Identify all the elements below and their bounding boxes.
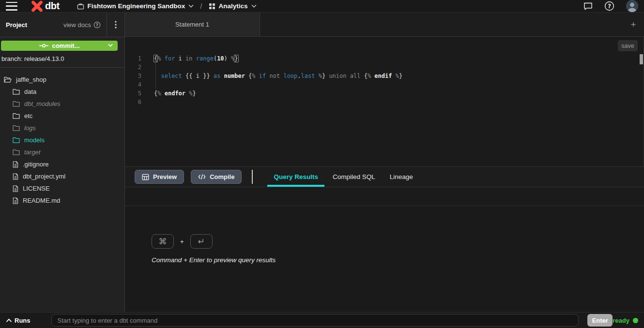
status-text: ready [613,317,629,324]
save-button[interactable]: save [618,40,638,51]
folder-icon [13,149,20,155]
code-line-1[interactable]: 1{% for i in range(10) %} [125,54,639,63]
file-explorer-sidebar: Project view docs ? [0,13,125,312]
tree-item-label: dbt_project.yml [23,173,65,180]
folder-icon [13,137,20,143]
tree-item-label: dbt_modules [24,100,60,107]
line-number: 1 [125,54,141,63]
help-icon[interactable]: ? [604,1,614,11]
project-switcher[interactable]: Analytics [209,2,257,10]
dbt-command-input[interactable] [51,314,579,327]
line-number: 4 [125,80,141,89]
code-line-2[interactable]: 2 [125,63,639,72]
tree-item-models[interactable]: models [0,134,124,146]
toolbar-divider [252,170,253,184]
ready-dot [633,318,638,323]
file-tree: jaffle_shopdatadbt_modulesetclogsmodelst… [0,68,124,207]
view-docs-help-icon: ? [93,21,101,29]
code-line-4[interactable]: 4 [125,80,639,89]
file-icon [13,185,18,192]
keys-plus: + [180,238,184,245]
line-number: 2 [125,63,141,72]
top-bar: dbt Fishtown Engineering Sandbox / Analy… [0,0,644,13]
code-text: {% endfor %} [141,89,196,98]
svg-text:?: ? [96,22,98,27]
file-icon [13,161,18,168]
chevron-down-icon [108,44,113,47]
sidebar-title: Project [0,21,27,29]
enter-key-icon: ↵ [190,234,213,249]
tree-item-jaffle_shop[interactable]: jaffle_shop [0,74,124,86]
tree-item-label: etc [24,112,32,119]
code-text: select {{ i }} as number {% if not loop.… [141,72,402,80]
project-name: Analytics [219,2,248,10]
kebab-icon [115,21,117,29]
view-docs-link[interactable]: view docs ? [63,21,107,29]
top-bar-right: ? [583,0,638,12]
tree-item-etc[interactable]: etc [0,110,124,122]
line-number: 5 [125,89,141,98]
runs-toggle[interactable]: Runs [6,317,31,324]
results-toolbar: Preview Compile Query ResultsCompiled SQ… [125,167,644,187]
enter-button[interactable]: Enter [587,314,613,327]
file-icon [13,197,18,204]
folder-icon [13,89,20,95]
code-line-6[interactable]: 6 [125,98,639,106]
commit-button[interactable]: commit... [1,41,118,51]
tab-statement-1[interactable]: Statement 1 [125,13,260,36]
preview-icon [142,174,149,180]
account-switcher[interactable]: Fishtown Engineering Sandbox [77,2,194,10]
code-text [141,63,154,72]
code-lines: 1{% for i in range(10) %}23 select {{ i … [125,54,639,106]
tree-item-dbt_project.yml[interactable]: dbt_project.yml [0,170,124,182]
chevron-down-icon [251,4,257,8]
tree-item-label: target [24,149,40,156]
dbt-wordmark: dbt [45,0,60,12]
main-area: Statement 1 + save 1{% for i in range(10… [125,13,644,312]
tree-item-target[interactable]: target [0,146,124,158]
results-panel: Preview Compile Query ResultsCompiled SQ… [125,166,644,312]
editor-scrollbar[interactable] [640,54,643,64]
empty-state-hint: Command + Enter to preview query results [152,256,276,264]
branch-label: branch: release/4.13.0 [1,55,123,62]
preview-button[interactable]: Preview [135,170,184,184]
code-editor[interactable]: save 1{% for i in range(10) %}23 select … [125,37,644,166]
results-header-strip [125,187,644,206]
chat-icon[interactable] [583,2,593,11]
sidebar-menu-button[interactable] [107,13,124,37]
code-line-5[interactable]: 5{% endfor %} [125,89,639,98]
tree-item-README.md[interactable]: README.md [0,194,124,207]
results-tab-compiled-sql[interactable]: Compiled SQL [326,167,382,187]
tree-item-LICENSE[interactable]: LICENSE [0,182,124,194]
compile-button[interactable]: Compile [191,170,242,184]
folder-icon [13,113,20,119]
folder-icon [13,125,20,131]
runs-label: Runs [15,317,31,324]
editor-tab-strip: Statement 1 + [125,13,644,37]
code-line-3[interactable]: 3 select {{ i }} as number {% if not loo… [125,72,639,80]
svg-text:?: ? [608,3,611,10]
account-name: Fishtown Engineering Sandbox [88,2,185,10]
tree-item-logs[interactable]: logs [0,122,124,134]
new-tab-button[interactable]: + [623,13,644,36]
line-number: 6 [125,98,141,106]
user-avatar[interactable] [626,0,638,12]
dbt-logo: dbt [31,0,60,12]
folder-open-icon [4,76,12,83]
tree-item-label: logs [24,124,36,132]
tree-item-.gitignore[interactable]: .gitignore [0,158,124,170]
shortcut-keys: ⌘ + ↵ [152,234,213,249]
breadcrumb-separator: / [200,2,202,10]
line-number: 3 [125,72,141,80]
indent-guide [155,60,156,89]
git-commit-icon [39,43,49,48]
code-text [141,80,154,89]
results-tabs: Query ResultsCompiled SQLLineage [266,167,420,187]
tree-item-data[interactable]: data [0,86,124,98]
tree-item-dbt_modules[interactable]: dbt_modules [0,98,124,110]
tree-item-label: models [24,136,45,144]
results-tab-query-results[interactable]: Query Results [267,167,324,187]
hamburger-menu-icon[interactable] [6,2,17,11]
results-tab-lineage[interactable]: Lineage [383,167,419,187]
dbt-logo-mark [31,0,43,12]
